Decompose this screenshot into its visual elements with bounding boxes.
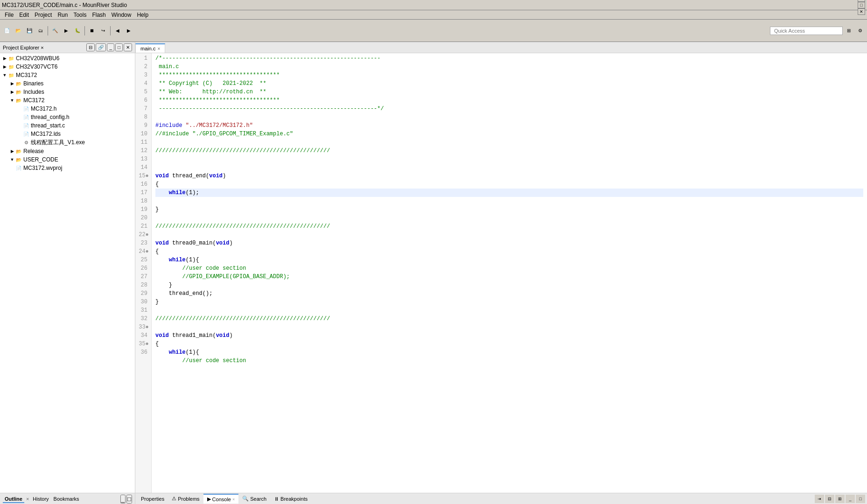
collapse-icon: ▼ <box>9 157 15 162</box>
cp-tab-breakpoints[interactable]: ⏸ Breakpoints <box>270 495 311 503</box>
tree-item-mc3172lds[interactable]: 📄 MC3172.lds <box>0 130 135 138</box>
main-layout: Project Explorer × ⊟ 🔗 _ □ ✕ ▶ 📁 CH32V20… <box>0 42 867 493</box>
tree-item-wvproj[interactable]: 📄 MC3172.wvproj <box>0 164 135 172</box>
pe-close[interactable]: ✕ <box>124 43 132 51</box>
pe-link-editor[interactable]: 🔗 <box>96 43 106 51</box>
tree-label: thread_config.h <box>31 114 70 120</box>
tab-main-c[interactable]: main.c × <box>135 43 165 53</box>
tab-history[interactable]: History <box>31 496 50 503</box>
separator-3 <box>110 26 111 35</box>
cp-tab-label: Search <box>250 496 266 502</box>
tree-item-mc3172h[interactable]: 📄 MC3172.h <box>0 105 135 113</box>
toolbar-forward[interactable]: ▶ <box>124 26 134 36</box>
op-minimize[interactable]: _ <box>120 495 126 504</box>
menu-help[interactable]: Help <box>134 11 151 19</box>
editor-tabs: main.c × <box>135 42 867 53</box>
toolbar-run[interactable]: ▶ <box>61 26 71 36</box>
maximize-button[interactable]: □ <box>858 2 865 8</box>
bottom-panel: Outline × History Bookmarks _ □ ⊟ ↕ ▼ ≡ … <box>0 493 867 504</box>
close-button[interactable]: ✕ <box>858 8 865 15</box>
tree-item-xianchen[interactable]: ⚙ 线程配置工具_V1.exe <box>0 138 135 147</box>
project-icon: 📁 <box>7 55 15 62</box>
toolbar-save-all[interactable]: 🗂 <box>35 26 46 36</box>
tree-item-mc3172-sub[interactable]: ▼ 📂 MC3172 <box>0 96 135 105</box>
toolbar-back[interactable]: ◀ <box>112 26 123 36</box>
toolbar-step[interactable]: ↪ <box>98 26 108 36</box>
cp-btn-2[interactable]: ⊟ <box>825 495 834 503</box>
toolbar-new[interactable]: 📄 <box>2 26 12 36</box>
cp-tab-properties[interactable]: Properties <box>137 495 168 503</box>
toolbar-open[interactable]: 📂 <box>13 26 23 36</box>
cp-tab-label: Problems <box>178 496 199 502</box>
tab-outline[interactable]: Outline <box>3 496 24 503</box>
search-icon: 🔍 <box>242 496 249 502</box>
title-text: MC3172/USER_CODE/main.c - MounRiver Stud… <box>2 2 127 8</box>
quick-access-input[interactable] <box>770 27 843 35</box>
tree-label: MC3172 <box>23 97 44 104</box>
tree-item-includes[interactable]: ▶ 📂 Includes <box>0 88 135 96</box>
tree-item-binaries[interactable]: ▶ 📂 Binaries <box>0 79 135 88</box>
pe-maximize[interactable]: □ <box>115 43 123 51</box>
console-panel: Properties ⚠ Problems ▶ Console × 🔍 Sear… <box>135 493 867 504</box>
tree-item-thread-config[interactable]: 📄 thread_config.h <box>0 113 135 121</box>
menu-file[interactable]: File <box>2 11 16 19</box>
tab-close-console[interactable]: × <box>232 497 235 502</box>
cp-btn-1[interactable]: ⇥ <box>815 495 824 503</box>
tree-item-mc3172[interactable]: ▼ 📁 MC3172 <box>0 71 135 79</box>
pe-controls: ⊟ 🔗 _ □ ✕ <box>86 43 132 51</box>
toolbar-settings[interactable]: ⚙ <box>855 26 865 36</box>
collapse-icon: ▼ <box>2 73 7 77</box>
toolbar-stop[interactable]: ⏹ <box>87 26 97 36</box>
console-icon: ▶ <box>207 496 211 502</box>
cp-minimize[interactable]: _ <box>846 495 855 503</box>
tab-label: main.c <box>140 46 155 51</box>
cp-maximize[interactable]: □ <box>856 495 865 503</box>
menu-project[interactable]: Project <box>32 11 55 19</box>
tab-bookmarks[interactable]: Bookmarks <box>52 496 81 503</box>
toolbar-perspectives[interactable]: ⊞ <box>844 26 854 36</box>
pe-collapse-all[interactable]: ⊟ <box>86 43 95 51</box>
project-icon: 📁 <box>7 71 15 79</box>
toolbar-build[interactable]: 🔨 <box>50 26 60 36</box>
folder-icon: 📂 <box>15 147 22 155</box>
pe-minimize[interactable]: _ <box>107 43 114 51</box>
tree-item-user-code[interactable]: ▼ 📂 USER_CODE <box>0 155 135 164</box>
tree-label: MC3172 <box>16 72 37 78</box>
outline-panel: Outline × History Bookmarks _ □ ⊟ ↕ ▼ ≡ … <box>0 493 135 504</box>
folder-icon: 📂 <box>15 156 22 163</box>
toolbar-debug[interactable]: 🐛 <box>72 26 83 36</box>
cp-tab-problems[interactable]: ⚠ Problems <box>168 494 203 503</box>
tree-item-ch32v307vct6[interactable]: ▶ 📁 CH32V307VCT6 <box>0 63 135 71</box>
menu-tools[interactable]: Tools <box>70 11 89 19</box>
tree-item-ch32v208wbu6[interactable]: ▶ 📁 CH32V208WBU6 <box>0 54 135 63</box>
editor-area: main.c × 1 2 3 4 5 6 7 8 9 10 11 12 13 1… <box>135 42 867 493</box>
title-bar: MC3172/USER_CODE/main.c - MounRiver Stud… <box>0 0 867 10</box>
window-controls: — □ ✕ <box>858 0 865 15</box>
toolbar-save[interactable]: 💾 <box>24 26 35 36</box>
op-header: Outline × History Bookmarks _ □ <box>0 493 135 504</box>
menu-run[interactable]: Run <box>55 11 70 19</box>
op-maximize[interactable]: □ <box>126 495 132 504</box>
collapse-icon: ▶ <box>9 90 15 94</box>
code-content[interactable]: /*--------------------------------------… <box>152 53 867 493</box>
cp-tab-search[interactable]: 🔍 Search <box>238 494 270 503</box>
menu-edit[interactable]: Edit <box>16 11 32 19</box>
tree-item-thread-start[interactable]: 📄 thread_start.c <box>0 121 135 130</box>
file-icon: 📄 <box>22 105 30 112</box>
cp-btn-3[interactable]: ⊞ <box>835 495 845 503</box>
cp-tab-console[interactable]: ▶ Console × <box>203 494 239 504</box>
breakpoints-icon: ⏸ <box>274 496 279 502</box>
op-tabs: Outline × History Bookmarks <box>3 496 81 503</box>
line-numbers: 1 2 3 4 5 6 7 8 9 10 11 12 13 14 15● 16 … <box>135 53 152 493</box>
tree-label: MC3172.h <box>31 105 56 112</box>
menu-window[interactable]: Window <box>109 11 134 19</box>
cp-tab-label: Properties <box>141 496 164 502</box>
collapse-icon: ▶ <box>2 64 7 69</box>
tab-close-button[interactable]: × <box>157 46 160 51</box>
cp-tab-label: Breakpoints <box>280 496 308 502</box>
tree-item-release[interactable]: ▶ 📂 Release <box>0 147 135 155</box>
tree-label: MC3172.lds <box>31 131 61 137</box>
separator-1 <box>48 26 48 35</box>
menu-flash[interactable]: Flash <box>89 11 108 19</box>
op-window-controls: _ □ <box>120 495 132 504</box>
